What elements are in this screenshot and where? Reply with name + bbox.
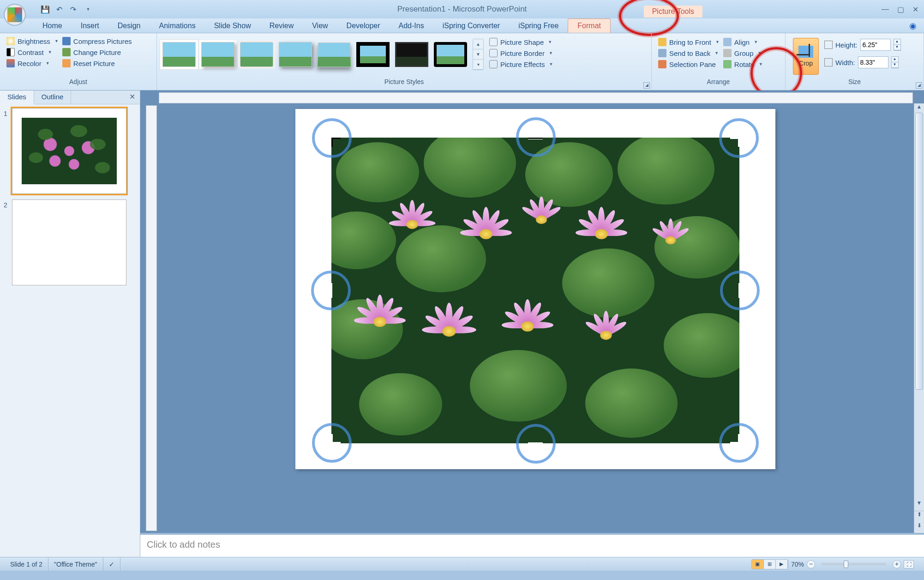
width-input[interactable] xyxy=(858,56,888,68)
height-input[interactable] xyxy=(860,39,891,51)
normal-view-button[interactable]: ▣ xyxy=(752,560,764,569)
next-slide-icon[interactable]: ⬇ xyxy=(914,522,924,533)
group-button[interactable]: Group▼ xyxy=(723,49,763,57)
scroll-up-icon[interactable]: ▲ xyxy=(914,103,924,113)
picture-style-7[interactable] xyxy=(395,42,428,67)
notes-pane[interactable]: Click to add notes xyxy=(140,533,924,557)
align-icon xyxy=(723,38,732,46)
picture-effects-button[interactable]: Picture Effects▼ xyxy=(489,60,553,68)
picture-style-6[interactable] xyxy=(356,42,390,67)
scroll-down-icon[interactable]: ▼ xyxy=(914,500,924,509)
crop-handle-top-right[interactable] xyxy=(730,138,739,147)
height-icon xyxy=(824,41,833,49)
gallery-up-icon[interactable]: ▲ xyxy=(473,39,483,49)
picture-style-2[interactable] xyxy=(201,42,234,67)
canvas-area[interactable] xyxy=(157,103,914,533)
tab-design[interactable]: Design xyxy=(108,19,150,33)
slides-tab[interactable]: Slides xyxy=(0,91,34,104)
redo-icon[interactable]: ↷ xyxy=(68,5,78,14)
align-button[interactable]: Align▼ xyxy=(723,38,763,46)
crop-handle-top-left[interactable] xyxy=(331,138,341,147)
tab-ispring-converter[interactable]: iSpring Converter xyxy=(433,19,510,33)
crop-handle-bottom-right[interactable] xyxy=(730,434,739,443)
panel-close-icon[interactable]: ✕ xyxy=(125,91,140,104)
vertical-scrollbar[interactable]: ▲ ▼ ⬆ ⬇ xyxy=(914,103,924,533)
close-icon[interactable]: ✕ xyxy=(912,5,918,14)
bring-to-front-button[interactable]: Bring to Front▼ xyxy=(658,38,720,46)
compress-icon xyxy=(62,37,71,45)
picture-styles-dialog-launcher[interactable]: ◢ xyxy=(643,82,650,89)
slide-2-number: 2 xyxy=(4,199,12,285)
crop-handle-bottom[interactable] xyxy=(528,442,543,443)
outline-tab[interactable]: Outline xyxy=(34,91,72,104)
crop-handle-top[interactable] xyxy=(528,138,543,139)
zoom-out-button[interactable]: − xyxy=(807,560,815,568)
height-spinner[interactable]: ▲▼ xyxy=(894,39,901,51)
picture-border-button[interactable]: Picture Border▼ xyxy=(489,49,553,57)
tab-slideshow[interactable]: Slide Show xyxy=(205,19,260,33)
crop-handle-right[interactable] xyxy=(738,283,739,298)
slideshow-view-button[interactable]: ▶ xyxy=(776,560,788,569)
tab-animations[interactable]: Animations xyxy=(150,19,205,33)
zoom-slider[interactable] xyxy=(822,563,886,566)
sorter-view-button[interactable]: ⊞ xyxy=(764,560,776,569)
qat-more-icon[interactable]: ▼ xyxy=(84,5,93,14)
picture-style-3[interactable] xyxy=(240,42,273,67)
tab-insert[interactable]: Insert xyxy=(72,19,108,33)
undo-icon[interactable]: ↶ xyxy=(54,5,64,14)
tab-format[interactable]: Format xyxy=(568,18,611,33)
crop-handle-left[interactable] xyxy=(331,283,333,298)
picture-shape-icon xyxy=(489,38,498,46)
maximize-icon[interactable]: ▢ xyxy=(897,5,904,14)
recolor-button[interactable]: Recolor▼ xyxy=(6,59,59,67)
picture-style-5[interactable] xyxy=(317,42,351,67)
zoom-level[interactable]: 70% xyxy=(791,561,804,568)
minimize-icon[interactable]: — xyxy=(882,5,889,14)
save-icon[interactable]: 💾 xyxy=(41,5,50,14)
gallery-scroll: ▲ ▼ ▾ xyxy=(473,39,484,70)
scrollbar-thumb[interactable] xyxy=(915,113,923,390)
selected-picture[interactable] xyxy=(331,138,739,443)
tab-ispring-free[interactable]: iSpring Free xyxy=(509,19,568,33)
reset-picture-button[interactable]: Reset Picture xyxy=(62,59,132,67)
prev-slide-icon[interactable]: ⬆ xyxy=(914,511,924,522)
tab-view[interactable]: View xyxy=(303,19,337,33)
brightness-button[interactable]: Brightness▼ xyxy=(6,37,59,45)
crop-handle-bottom-left[interactable] xyxy=(331,434,341,443)
tab-addins[interactable]: Add-Ins xyxy=(390,19,433,33)
title-bar: 💾 ↶ ↷ ▼ Presentation1 - Microsoft PowerP… xyxy=(0,0,924,18)
change-picture-button[interactable]: Change Picture xyxy=(62,48,132,56)
tab-review[interactable]: Review xyxy=(260,19,303,33)
arrange-group-label: Arrange xyxy=(656,78,780,88)
status-spellcheck-icon[interactable]: ✓ xyxy=(103,557,120,571)
help-icon[interactable]: ◉ xyxy=(909,21,917,31)
gallery-down-icon[interactable]: ▼ xyxy=(473,49,483,60)
picture-style-4[interactable] xyxy=(279,42,312,67)
picture-style-1[interactable] xyxy=(162,42,196,67)
tab-home[interactable]: Home xyxy=(33,19,72,33)
slide-canvas[interactable] xyxy=(295,109,775,469)
selection-pane-button[interactable]: Selection Pane xyxy=(658,60,720,68)
size-dialog-launcher[interactable]: ◢ xyxy=(916,82,922,89)
ribbon-tabs: Home Insert Design Animations Slide Show… xyxy=(0,18,924,33)
zoom-in-button[interactable]: + xyxy=(893,560,901,568)
slide-thumb-1-row: 1 xyxy=(4,108,136,194)
crop-button[interactable]: Crop xyxy=(793,38,819,75)
width-spinner[interactable]: ▲▼ xyxy=(891,56,899,68)
send-to-back-button[interactable]: Send to Back▼ xyxy=(658,49,720,57)
contrast-button[interactable]: Contrast▼ xyxy=(6,48,59,56)
tab-developer[interactable]: Developer xyxy=(337,19,390,33)
picture-border-icon xyxy=(489,49,498,57)
window-title: Presentation1 - Microsoft PowerPoint xyxy=(397,5,527,14)
office-button[interactable] xyxy=(4,4,26,26)
send-back-icon xyxy=(658,49,666,57)
picture-style-8[interactable] xyxy=(434,42,467,67)
slide-thumb-2[interactable] xyxy=(12,199,126,285)
slide-thumb-1[interactable] xyxy=(12,108,126,194)
rotate-button[interactable]: Rotate▼ xyxy=(723,60,763,68)
picture-shape-button[interactable]: Picture Shape▼ xyxy=(489,38,553,46)
ribbon-group-size: Crop Height: ▲▼ Width: ▲▼ Size ◢ xyxy=(786,33,924,90)
gallery-more-icon[interactable]: ▾ xyxy=(473,60,483,70)
fit-to-window-button[interactable]: ⛶ xyxy=(904,560,914,568)
compress-pictures-button[interactable]: Compress Pictures xyxy=(62,37,132,45)
